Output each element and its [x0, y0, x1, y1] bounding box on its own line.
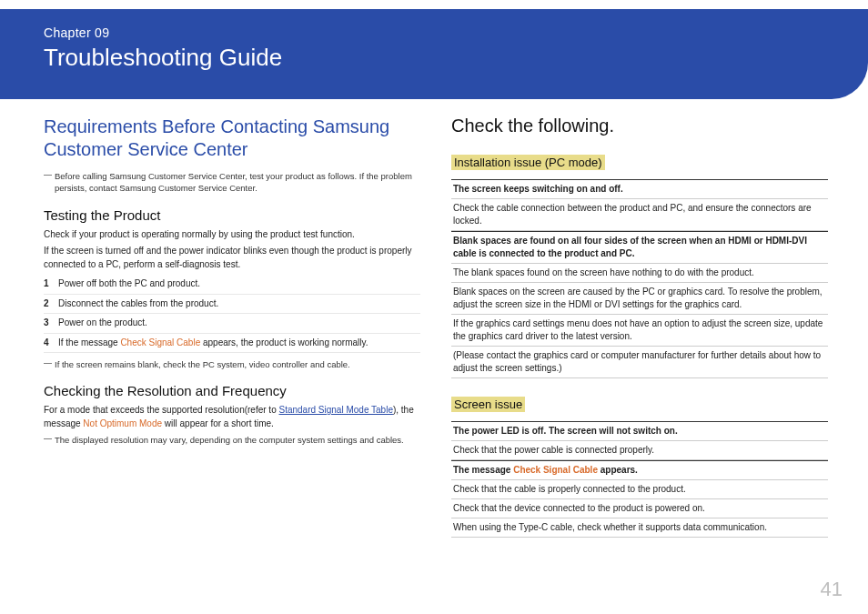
testing-intro-2: If the screen is turned off and the powe…	[44, 245, 420, 271]
right-column: Check the following. Installation issue …	[451, 116, 828, 538]
table-row: Check the cable connection between the p…	[451, 199, 828, 231]
step4-pre: If the message	[58, 337, 120, 347]
installation-issue-heading: Installation issue (PC mode)	[451, 155, 605, 170]
check-signal-cable-text: Check Signal Cable	[513, 465, 598, 475]
check-signal-cable-text: Check Signal Cable	[120, 337, 200, 347]
table-row: The power LED is off. The screen will no…	[451, 421, 828, 441]
table-row: The message Check Signal Cable appears.	[451, 460, 828, 480]
table-row: When using the Type-C cable, check wheth…	[451, 518, 828, 538]
step-3: 3Power on the product.	[44, 314, 420, 334]
testing-steps: 1Power off both the PC and product. 2Dis…	[44, 275, 420, 353]
table-row: Blank spaces are found on all four sides…	[451, 231, 828, 264]
resfreq-pre: For a mode that exceeds the supported re…	[44, 405, 278, 415]
step-2: 2Disconnect the cables from the product.	[44, 295, 420, 315]
table-row: The blank spaces found on the screen hav…	[451, 264, 828, 283]
step-1: 1Power off both the PC and product.	[44, 275, 420, 295]
step-4: 4 If the message Check Signal Cable appe…	[44, 334, 420, 354]
table-row: Check that the device connected to the p…	[451, 499, 828, 518]
content-columns: Requirements Before Contacting Samsung C…	[0, 116, 868, 538]
note-before-calling: Before calling Samsung Customer Service …	[44, 170, 420, 195]
installation-issue-table: The screen keeps switching on and off. C…	[451, 179, 828, 378]
left-column: Requirements Before Contacting Samsung C…	[44, 116, 420, 538]
testing-product-heading: Testing the Product	[44, 207, 420, 223]
table-row: (Please contact the graphics card or com…	[451, 347, 828, 378]
note-resolution-vary: The displayed resolution may vary, depen…	[44, 434, 420, 446]
screen-issue-table: The power LED is off. The screen will no…	[451, 421, 828, 538]
table-row: Check that the cable is properly connect…	[451, 480, 828, 499]
row3-post: appears.	[598, 465, 638, 475]
step4-post: appears, the product is working normally…	[200, 337, 368, 347]
requirements-heading: Requirements Before Contacting Samsung C…	[44, 116, 420, 161]
not-optimum-mode-text: Not Optimum Mode	[83, 418, 162, 428]
resolution-frequency-text: For a mode that exceeds the supported re…	[44, 404, 420, 430]
step-text: Power on the product.	[58, 317, 147, 327]
chapter-header: Chapter 09 Troubleshooting Guide	[0, 9, 868, 99]
page-number: 41	[821, 578, 843, 601]
standard-signal-mode-table-link[interactable]: Standard Signal Mode Table	[278, 405, 392, 415]
table-row: If the graphics card settings menu does …	[451, 315, 828, 347]
step-text: Disconnect the cables from the product.	[58, 298, 218, 308]
table-row: Blank spaces on the screen are caused by…	[451, 283, 828, 315]
resolution-frequency-heading: Checking the Resolution and Frequency	[44, 383, 420, 398]
table-row: The screen keeps switching on and off.	[451, 179, 828, 199]
chapter-title: Troubleshooting Guide	[44, 44, 868, 72]
table-row: Check that the power cable is connected …	[451, 441, 828, 460]
step-text: Power off both the PC and product.	[58, 278, 200, 288]
note-screen-blank: If the screen remains blank, check the P…	[44, 358, 420, 370]
resfreq-post: will appear for a short time.	[162, 418, 274, 428]
check-following-heading: Check the following.	[451, 116, 828, 136]
row3-pre: The message	[453, 465, 513, 475]
chapter-label: Chapter 09	[44, 25, 868, 40]
testing-intro-1: Check if your product is operating norma…	[44, 228, 420, 242]
screen-issue-heading: Screen issue	[451, 397, 525, 412]
